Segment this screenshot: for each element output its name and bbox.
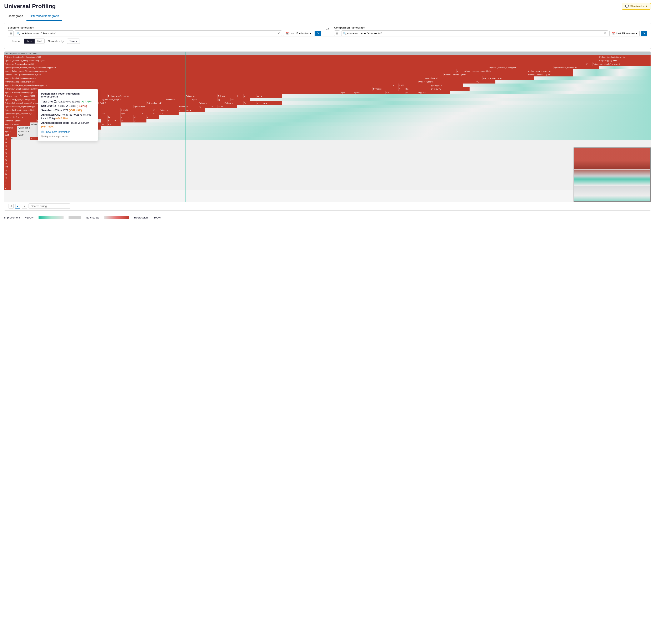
table-row[interactable]: Python: run_wsgi() in serving.py#335Pyth… [4, 87, 651, 91]
abs-button[interactable]: Abs [24, 39, 35, 44]
tooltip-dollar: Annualized dollar cost: ~$5.36 vs $34.69… [41, 121, 95, 129]
table-row[interactable]: Python: dispatch_request() in app.tho: f… [4, 105, 651, 108]
pin-hint-text: Right-click to pin tooltip [44, 135, 68, 138]
normalize-label: Normalize by [48, 40, 64, 43]
regression-label: Regression [134, 216, 148, 219]
table-row[interactable]: Python: c PythoPython: url() in FlPvvnv … [4, 122, 651, 126]
comparison-refresh-button[interactable]: ⟳ [641, 31, 647, 36]
table-row[interactable]: v [4, 183, 651, 186]
comparison-search-input[interactable] [347, 32, 604, 35]
table-row[interactable]: py [4, 154, 651, 158]
flame-tooltip: Python: flask_route_interest() in intere… [38, 89, 98, 141]
show-more-label: Show more information [45, 131, 70, 134]
nav-next-button[interactable]: > [22, 204, 27, 209]
calendar-icon: 📅 [286, 32, 289, 35]
table-row[interactable]: l [4, 179, 651, 183]
format-btn-group: Abs Rel [24, 39, 45, 44]
table-row[interactable]: Python: run() in threading.py#865PPython… [4, 62, 651, 66]
filter-section: Baseline flamegraph ⊟ 🔍 ✕ 📅 Last 15 minu… [4, 23, 651, 49]
table-row[interactable]: py [4, 161, 651, 165]
format-label: Format [12, 40, 20, 43]
info-icon: ⓘ [41, 130, 44, 134]
tooltip-samples: Samples: ~259 vs 1677 (+547.49%) [41, 109, 95, 112]
table-row[interactable]: Python: _log() in __ppyPPytPPyt ll PPvvi… [4, 115, 651, 119]
baseline-filter-icon[interactable]: ⊟ [8, 30, 14, 36]
comparison-date-picker[interactable]: 📅 Last 15 minutes ▾ [609, 31, 639, 36]
app-header: Universal Profiling Give feedback [0, 0, 655, 12]
baseline-clear-button[interactable]: ✕ [277, 32, 280, 35]
bottom-bar: < ▲ > [4, 202, 651, 210]
table-row[interactable]: py [4, 158, 651, 161]
tab-flamegraph[interactable]: Flamegraph [4, 12, 26, 21]
table-row[interactable]: Pyt [4, 165, 651, 168]
normalize-value: Time [69, 40, 75, 43]
table-row[interactable]: Python: execute() in serving.py#322PythP… [4, 91, 651, 94]
flamegraph-canvas[interactable]: root: Represents 100% of CPU time.Python… [4, 52, 651, 202]
baseline-refresh-button[interactable]: ⟳ [315, 31, 321, 36]
table-row[interactable]: py [4, 147, 651, 151]
nav-up-button[interactable]: ▲ [15, 204, 20, 209]
table-row[interactable]: py [4, 168, 651, 172]
no-change-label: No change [86, 216, 99, 219]
table-row[interactable]: Python: h Python:pPython: __get__()PPvvi… [4, 119, 651, 122]
tooltip-samples-value: ~259 vs 1677 (+547.49%) [53, 109, 82, 112]
table-row[interactable]: Python: process_request_thread() in sock… [4, 66, 651, 69]
tooltip-dollar-label: Annualized dollar cost: [41, 121, 69, 124]
baseline-search-input[interactable] [21, 32, 277, 35]
table-row[interactable]: Python: finish_request() in socketserver… [4, 69, 651, 73]
feedback-button[interactable]: Give feedback [622, 3, 651, 9]
dollar-delta: (+547.49%) [41, 125, 54, 128]
table-row[interactable]: py [4, 151, 651, 154]
table-row[interactable]: Python: lPython: get_clPvvnv v [4, 126, 651, 130]
chevron-down-icon: ▾ [310, 32, 311, 35]
table-row[interactable]: Python: full_dispatch_request() in app.#… [4, 101, 651, 105]
pin-icon: ⓘ [41, 135, 44, 138]
baseline-date-picker[interactable]: 📅 Last 15 minutes ▾ [283, 31, 313, 36]
table-row[interactable]: pyt FPyth PPlvvnv v [4, 133, 651, 137]
format-bar: Format Abs Rel Normalize by Time ▾ [8, 36, 647, 46]
table-row[interactable]: Python: wsgi_app() in app.py#252Python: … [4, 98, 651, 101]
tooltip-total-cpu-label: Total CPU ⓘ: [41, 100, 57, 103]
table-row[interactable]: Python: __init__() in socketserver.py#72… [4, 73, 651, 76]
show-more-link[interactable]: ⓘ Show more information [41, 130, 95, 134]
tab-differential[interactable]: Differential flamegraph [26, 12, 63, 21]
nav-prev-button[interactable]: < [8, 204, 14, 209]
tooltip-pin-hint: ⓘ Right-click to pin tooltip [41, 135, 95, 138]
rel-button[interactable]: Rel [35, 39, 45, 44]
comparison-search-icon: 🔍 [343, 32, 346, 35]
table-row[interactable]: py [4, 144, 651, 147]
total-cpu-delta: (+37.73%) [81, 100, 92, 103]
comparison-filter-icon[interactable]: ⊟ [334, 30, 340, 36]
table-row[interactable]: Python: _bootstrap() in threading.py#885… [4, 55, 651, 59]
table-row[interactable]: Python:Python: url FlPvvnv v [4, 130, 651, 133]
table-row[interactable]: pyPPlvvnv v [4, 137, 651, 140]
table-row[interactable]: v [4, 186, 651, 190]
table-row[interactable]: Python: flask_route_interest() in intho … [4, 108, 651, 112]
self-cpu-delta: (−1.27%) [77, 105, 87, 108]
normalize-chevron-icon: ▾ [76, 40, 77, 43]
co2-delta: (+547.49%) [55, 117, 68, 120]
no-change-gradient [69, 216, 81, 219]
tab-bar: Flamegraph Differential flamegraph [0, 12, 655, 21]
table-row[interactable]: Python: _bootstrap_inner() in threading.… [4, 59, 651, 62]
table-row[interactable]: py [4, 140, 651, 144]
search-string-input[interactable] [28, 204, 70, 209]
table-row[interactable]: Python: handle() in server.py#426Pytho P… [4, 80, 651, 84]
table-row[interactable]: py [4, 172, 651, 176]
normalize-select[interactable]: Time ▾ [67, 39, 80, 44]
comparison-date-label: Last 15 minutes [616, 32, 635, 35]
baseline-date-label: Last 15 minutes [290, 32, 309, 35]
table-row[interactable]: Python: info() in _ir Python pyttho Pyt … [4, 112, 651, 115]
flamegraph-container: root: Represents 100% of CPU time.Python… [4, 51, 651, 211]
tooltip-title: Python: flask_route_interest() in intere… [41, 92, 95, 98]
comparison-input-row: ⊟ 🔍 ✕ 📅 Last 15 minutes ▾ ⟳ [334, 30, 648, 36]
table-row[interactable]: py [4, 176, 651, 179]
tooltip-co2-label: Annualized CO2: [41, 113, 61, 116]
table-row[interactable]: root: Represents 100% of CPU time. [4, 52, 651, 55]
table-row[interactable]: Python: __call__() in app.py#2543Python:… [4, 94, 651, 98]
swap-button[interactable]: ⇄ [325, 26, 330, 32]
table-row[interactable]: Python: handle_one_request() in server.p… [4, 84, 651, 87]
comparison-clear-button[interactable]: ✕ [604, 32, 606, 35]
baseline-search-box: 🔍 ✕ [15, 30, 282, 36]
table-row[interactable]: Python: handle() in serving.py#363Pyt Py… [4, 76, 651, 80]
